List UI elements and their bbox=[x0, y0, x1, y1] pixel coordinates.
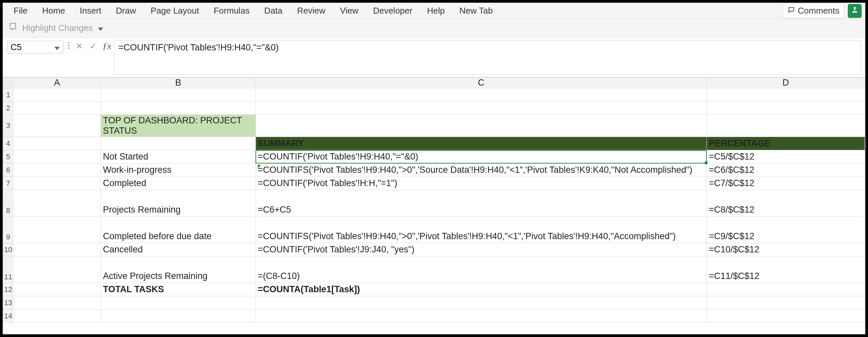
row-header[interactable]: 3 bbox=[3, 115, 13, 137]
cell-B2[interactable] bbox=[101, 101, 256, 115]
cell-B8[interactable]: Projects Remaining bbox=[101, 190, 256, 217]
tab-insert[interactable]: Insert bbox=[72, 4, 108, 18]
cell-B13[interactable] bbox=[101, 296, 256, 309]
cell-D2[interactable] bbox=[707, 101, 865, 115]
cell-D8[interactable]: =C8/$C$12 bbox=[707, 190, 865, 217]
tab-file[interactable]: File bbox=[6, 4, 35, 18]
cell-C5[interactable]: =COUNTIF('Pivot Tables'!H9:H40,"="&0) bbox=[255, 150, 706, 163]
row-header[interactable]: 5 bbox=[3, 150, 13, 163]
cell-A11[interactable] bbox=[13, 256, 101, 283]
row-header[interactable]: 14 bbox=[3, 309, 13, 323]
cell-C14[interactable] bbox=[255, 309, 706, 323]
tab-help[interactable]: Help bbox=[420, 4, 452, 18]
cell-B5[interactable]: Not Started bbox=[101, 150, 256, 163]
cell-A4[interactable] bbox=[13, 137, 101, 150]
cell-A5[interactable] bbox=[13, 150, 101, 163]
cell-C11[interactable]: =(C8-C10) bbox=[255, 256, 706, 283]
toolbar-dropdown[interactable] bbox=[97, 22, 104, 34]
tab-review[interactable]: Review bbox=[290, 4, 333, 18]
tab-draw[interactable]: Draw bbox=[108, 4, 143, 18]
cell-C3[interactable] bbox=[255, 115, 706, 137]
cell-B12[interactable]: TOTAL TASKS bbox=[101, 283, 256, 296]
cell-C8[interactable]: =C6+C5 bbox=[255, 190, 706, 217]
col-header-A[interactable]: A bbox=[13, 78, 101, 88]
cell-C10[interactable]: =COUNTIF('Pivot Tables'!J9:J40, "yes") bbox=[255, 243, 706, 256]
cell-D7[interactable]: =C7/$C$12 bbox=[707, 177, 865, 190]
share-button[interactable] bbox=[848, 4, 862, 18]
cell-C7[interactable]: =COUNTIF('Pivot Tables'!H:H,"=1") bbox=[255, 177, 706, 190]
cancel-formula-button[interactable]: ✕ bbox=[75, 41, 84, 52]
row-header[interactable]: 2 bbox=[3, 101, 13, 115]
cell-D14[interactable] bbox=[707, 309, 865, 323]
cell-A7[interactable] bbox=[13, 177, 101, 190]
cell-A13[interactable] bbox=[13, 296, 101, 309]
cell-C2[interactable] bbox=[255, 101, 706, 115]
cell-C13[interactable] bbox=[255, 296, 706, 309]
row-header[interactable]: 9 bbox=[3, 217, 13, 243]
row-header[interactable]: 13 bbox=[3, 296, 13, 309]
highlight-changes-label[interactable]: Highlight Changes bbox=[22, 23, 93, 33]
name-box-value: C5 bbox=[11, 42, 22, 53]
cell-C1[interactable] bbox=[255, 88, 706, 101]
name-box[interactable]: C5 bbox=[7, 41, 63, 53]
cell-A10[interactable] bbox=[13, 243, 101, 256]
tab-developer[interactable]: Developer bbox=[366, 4, 420, 18]
cell-A9[interactable] bbox=[13, 217, 101, 243]
cell-A3[interactable] bbox=[13, 115, 101, 137]
cell-B11[interactable]: Active Projects Remaining bbox=[101, 256, 256, 283]
cell-B4[interactable] bbox=[101, 137, 256, 150]
tab-new-tab[interactable]: New Tab bbox=[452, 4, 500, 18]
fx-icon[interactable]: ƒx bbox=[102, 41, 111, 52]
tab-formulas[interactable]: Formulas bbox=[206, 4, 257, 18]
cell-B9[interactable]: Completed before due date bbox=[101, 217, 256, 243]
cell-D4[interactable]: PERCENTAGE bbox=[707, 137, 865, 150]
cell-B7[interactable]: Completed bbox=[101, 177, 256, 190]
row-header[interactable]: 4 bbox=[3, 137, 13, 150]
col-header-D[interactable]: D bbox=[707, 78, 865, 88]
row-header[interactable]: 11 bbox=[3, 256, 13, 283]
cell-B1[interactable] bbox=[101, 88, 256, 101]
cell-D10[interactable]: =C10/$C$12 bbox=[707, 243, 865, 256]
col-header-B[interactable]: B bbox=[101, 78, 256, 88]
cell-D1[interactable] bbox=[707, 88, 865, 101]
cell-D12[interactable] bbox=[707, 283, 865, 296]
error-indicator-icon[interactable] bbox=[258, 165, 261, 168]
tab-data[interactable]: Data bbox=[257, 4, 290, 18]
cell-D6[interactable]: =C6/$C$12 bbox=[707, 163, 865, 177]
cell-A2[interactable] bbox=[13, 101, 101, 115]
select-all-cell[interactable] bbox=[3, 78, 13, 88]
cell-C4[interactable]: SUMMARY bbox=[255, 137, 706, 150]
cell-C6[interactable]: =COUNTIFS('Pivot Tables'!H9:H40,">0",'So… bbox=[255, 163, 706, 177]
cell-A1[interactable] bbox=[13, 88, 101, 101]
tab-page-layout[interactable]: Page Layout bbox=[143, 4, 206, 18]
row-header[interactable]: 10 bbox=[3, 243, 13, 256]
tab-home[interactable]: Home bbox=[35, 4, 72, 18]
confirm-formula-button[interactable]: ✓ bbox=[89, 41, 98, 52]
spreadsheet-grid[interactable]: A B C D 1 2 bbox=[3, 77, 865, 334]
cell-B10[interactable]: Cancelled bbox=[101, 243, 256, 256]
cell-C9[interactable]: =COUNTIFS('Pivot Tables'!H9:H40,">0",'Pi… bbox=[255, 217, 706, 243]
cell-D5[interactable]: =C5/$C$12 bbox=[707, 150, 865, 163]
cell-A8[interactable] bbox=[13, 190, 101, 217]
cell-B3[interactable]: TOP OF DASHBOARD: PROJECT STATUS bbox=[101, 115, 256, 137]
row-header[interactable]: 1 bbox=[3, 88, 13, 101]
cell-D9[interactable]: =C9/$C$12 bbox=[707, 217, 865, 243]
cell-B6[interactable]: Work-in-progress bbox=[101, 163, 256, 177]
cell-A14[interactable] bbox=[13, 309, 101, 323]
row-header[interactable]: 7 bbox=[3, 177, 13, 190]
formula-input[interactable]: =COUNTIF('Pivot Tables'!H9:H40,"="&0) bbox=[114, 40, 861, 74]
row-header[interactable]: 8 bbox=[3, 190, 13, 217]
cell-D3[interactable] bbox=[707, 115, 865, 137]
row-header[interactable]: 12 bbox=[3, 283, 13, 296]
vertical-dots-icon[interactable] bbox=[67, 41, 70, 51]
cell-B14[interactable] bbox=[101, 309, 256, 323]
cell-A12[interactable] bbox=[13, 283, 101, 296]
cell-D11[interactable]: =C11/$C$12 bbox=[707, 256, 865, 283]
row-header[interactable]: 6 bbox=[3, 163, 13, 177]
cell-C12[interactable]: =COUNTA(Table1[Task]) bbox=[255, 283, 706, 296]
comments-button[interactable]: Comments bbox=[783, 3, 844, 18]
cell-A6[interactable] bbox=[13, 163, 101, 177]
cell-D13[interactable] bbox=[707, 296, 865, 309]
tab-view[interactable]: View bbox=[333, 4, 366, 18]
col-header-C[interactable]: C bbox=[255, 78, 706, 88]
